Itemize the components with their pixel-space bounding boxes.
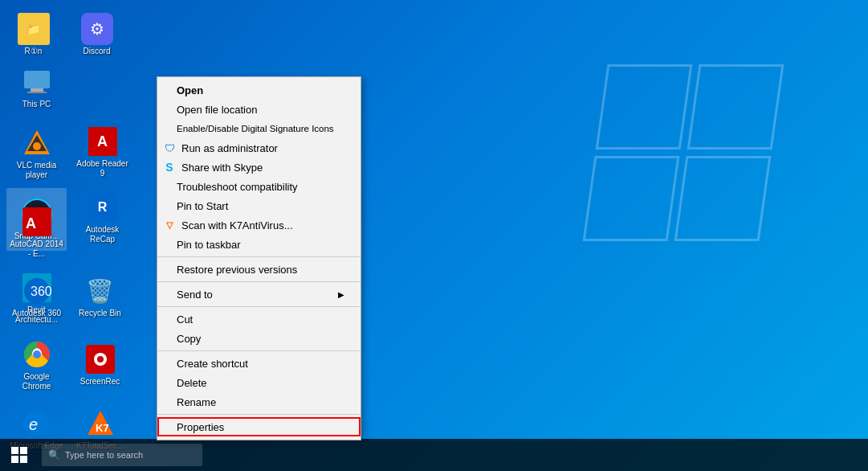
desktop-icons-row4: 360 Autodesk 360 🗑️ Recycle Bin	[6, 265, 130, 328]
svg-rect-0	[24, 71, 50, 88]
cm-cut[interactable]: Cut	[157, 309, 361, 329]
svg-rect-2	[27, 92, 47, 93]
cm-share-skype[interactable]: S Share with Skype	[157, 158, 361, 177]
cm-copy[interactable]: Copy	[157, 329, 361, 348]
separator-2	[157, 281, 361, 282]
discord-label: Discord	[84, 47, 111, 56]
autodesk-label: Autodesk ReCap	[75, 225, 129, 244]
desktop-icons-row5: Google Chrome ScreenRec	[6, 334, 130, 396]
separator-3	[157, 306, 361, 307]
svg-text:K7: K7	[96, 422, 109, 434]
svg-rect-22	[11, 447, 18, 454]
cm-troubleshoot[interactable]: Troubleshoot compatibility	[157, 177, 361, 196]
adobe-label: Adobe Reader 9	[75, 159, 129, 178]
cm-rename[interactable]: Rename	[157, 392, 361, 412]
windows-logo-watermark	[595, 64, 772, 241]
cm-create-shortcut[interactable]: Create shortcut	[157, 354, 361, 373]
separator-5	[157, 414, 361, 415]
k7-small-icon: ▽	[162, 218, 177, 232]
adobe-icon: A	[87, 125, 119, 158]
cm-restore[interactable]: Restore previous versions	[157, 260, 361, 279]
thispc-icon	[21, 66, 53, 98]
desktop-icon-autodesk[interactable]: R Autodesk ReCap	[72, 186, 132, 249]
svg-rect-23	[20, 447, 27, 454]
recycle-label: Recycle Bin	[79, 309, 121, 318]
r01n-icon: 📁	[18, 13, 50, 45]
vlc-icon	[21, 127, 53, 159]
autodesk-icon: R	[87, 191, 119, 223]
svg-point-17	[97, 356, 104, 362]
discord-icon: ⚙	[81, 13, 113, 45]
desktop-icon-a360[interactable]: 360 Autodesk 360	[6, 265, 67, 328]
edge-icon: e	[21, 408, 53, 440]
vlc-label: VLC media player	[10, 161, 63, 180]
desktop-icons-col2: A Adobe Reader 9 R Autodesk ReCap	[72, 121, 132, 249]
desktop-icon-chrome[interactable]: Google Chrome	[6, 334, 67, 396]
context-menu: Open Open file location Enable/Disable D…	[157, 76, 361, 440]
chrome-label: Google Chrome	[10, 372, 63, 391]
desktop-icon-discord[interactable]: ⚙ Discord	[67, 3, 127, 66]
submenu-arrow: ▶	[338, 290, 344, 299]
svg-text:A: A	[26, 215, 36, 231]
cm-scan-k7[interactable]: ▽ Scan with K7AntiVirus...	[157, 215, 361, 235]
k7-icon: K7	[84, 408, 116, 440]
chrome-icon	[21, 338, 53, 371]
a360-label: Autodesk 360	[12, 309, 61, 318]
screenrec-label: ScreenRec	[80, 377, 120, 387]
thispc-label: This PC	[22, 100, 51, 109]
cm-properties[interactable]: Properties	[157, 417, 361, 436]
autocad-icon: A	[21, 206, 53, 238]
screenrec-icon	[84, 343, 116, 375]
svg-text:360: 360	[31, 285, 51, 298]
cm-delete[interactable]: Delete	[157, 373, 361, 392]
svg-text:e: e	[29, 416, 38, 433]
desktop-icon-adobe[interactable]: A Adobe Reader 9	[72, 121, 132, 183]
skype-icon: S	[162, 160, 177, 174]
cm-pin-start[interactable]: Pin to Start	[157, 196, 361, 215]
cm-open[interactable]: Open	[157, 80, 361, 100]
cm-run-admin[interactable]: 🛡 Run as administrator	[157, 138, 361, 158]
svg-rect-1	[31, 88, 43, 92]
svg-point-14	[33, 350, 41, 358]
svg-rect-25	[20, 456, 27, 463]
separator-1	[157, 256, 361, 257]
cm-open-location[interactable]: Open file location	[157, 100, 361, 119]
desktop-icon-vlc[interactable]: VLC media player	[6, 122, 67, 185]
desktop-icon-autocad[interactable]: A AutoCAD 2014 - E...	[6, 201, 67, 264]
taskbar: 🔍 Type here to search	[0, 439, 868, 471]
search-placeholder: Type here to search	[65, 450, 143, 460]
search-icon: 🔍	[48, 449, 60, 461]
svg-point-5	[33, 142, 41, 150]
autocad-label: AutoCAD 2014 - E...	[10, 240, 63, 259]
desktop-icon-screenrec[interactable]: ScreenRec	[70, 334, 130, 396]
cm-send-to[interactable]: Send to ▶	[157, 285, 361, 304]
taskbar-search[interactable]: 🔍 Type here to search	[42, 444, 202, 466]
start-button[interactable]	[0, 439, 39, 471]
a360-icon: 360	[21, 275, 53, 307]
cm-pin-taskbar[interactable]: Pin to taskbar	[157, 235, 361, 254]
shield-icon: 🛡	[162, 141, 177, 155]
desktop-icon-thispc[interactable]: This PC	[6, 56, 67, 119]
cm-enable-disable[interactable]: Enable/Disable Digital Signature Icons	[157, 119, 361, 138]
separator-4	[157, 350, 361, 351]
r01n-label: R①n	[25, 47, 43, 56]
desktop-icon-recycle[interactable]: 🗑️ Recycle Bin	[70, 265, 130, 328]
recycle-icon: 🗑️	[84, 275, 116, 307]
svg-rect-24	[11, 456, 18, 463]
desktop: 📁 R①n ⚙ Discord This PC VLC med	[0, 0, 868, 471]
